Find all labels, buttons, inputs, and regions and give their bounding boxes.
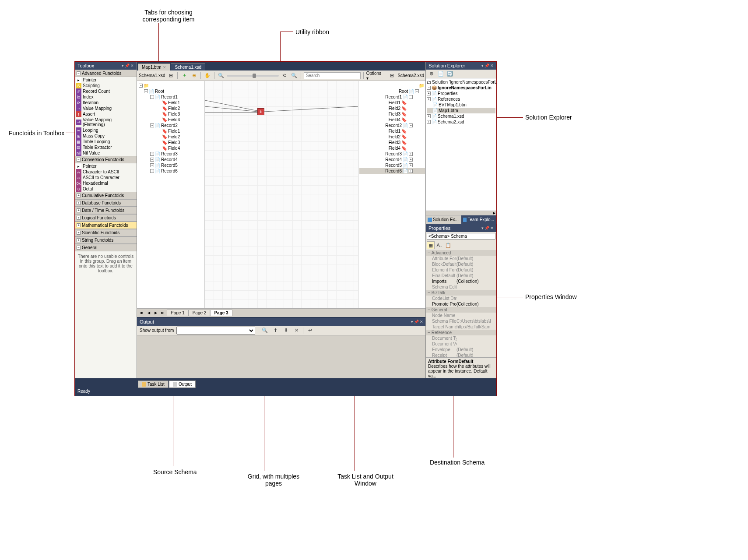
pushpin-icon[interactable]: 📌: [414, 320, 419, 324]
property-category[interactable]: − Reference: [426, 330, 496, 335]
expander-icon[interactable]: +: [150, 158, 154, 162]
relevance-icon[interactable]: ✦: [180, 72, 188, 80]
tree-node[interactable]: Field1 🔖: [359, 100, 425, 106]
tree-node[interactable]: Field3 🔖: [359, 111, 425, 117]
zoom-out-icon[interactable]: 🔍: [217, 72, 225, 80]
project-node[interactable]: − 📦 IgnoreNamespacesForLin: [427, 85, 495, 91]
toolbox-group-header[interactable]: +Database Functoids: [75, 199, 137, 207]
property-value[interactable]: (Default): [457, 268, 496, 272]
expander-icon[interactable]: −: [428, 290, 430, 295]
tree-node[interactable]: Record2 📄 −: [359, 123, 425, 128]
solution-root[interactable]: 🗂 Solution 'IgnoreNamespacesForLi: [427, 79, 495, 85]
tree-node[interactable]: + 📄 Record5: [138, 162, 204, 168]
tree-node[interactable]: 🔖 Field3: [138, 111, 204, 117]
toolbox-item[interactable]: SScripting: [75, 83, 137, 88]
toolbox-item[interactable]: ▤Table Extractor: [75, 144, 137, 150]
expander-icon[interactable]: −: [427, 86, 431, 90]
properties-icon[interactable]: ⚙: [428, 70, 435, 78]
tree-node[interactable]: Field2 🔖: [359, 134, 425, 140]
output-source-select[interactable]: [176, 327, 255, 335]
toolbox-group-header[interactable]: +Date / Time Functoids: [75, 207, 137, 214]
toolbox-item[interactable]: ▸Pointer: [75, 163, 137, 169]
expander-icon[interactable]: +: [150, 152, 154, 156]
expand-icon[interactable]: ⊕: [190, 72, 198, 80]
prev-icon[interactable]: ⬆: [271, 327, 279, 335]
property-row[interactable]: Target Namehttp://BizTalkSam: [426, 324, 496, 330]
page-tab[interactable]: Page 2: [189, 310, 211, 316]
tab-solution-explorer[interactable]: Solution Ex...: [426, 215, 461, 224]
toolbox-item[interactable]: ACharacter to ASCII: [75, 169, 137, 175]
hand-tool-icon[interactable]: ✋: [204, 72, 211, 80]
tree-node[interactable]: Record3 📄 +: [359, 151, 425, 157]
property-row[interactable]: Element Form(Default): [426, 267, 496, 273]
tab-output[interactable]: Output: [169, 380, 196, 388]
property-row[interactable]: Node Name: [426, 313, 496, 318]
tree-node[interactable]: Record5 📄 +: [359, 162, 425, 168]
property-value[interactable]: http://BizTalkSam: [457, 324, 496, 329]
page-tab[interactable]: Page 1: [167, 310, 189, 316]
tree-node[interactable]: 🔖 Field4: [138, 145, 204, 151]
expander-icon[interactable]: +: [409, 163, 413, 167]
pin-icon[interactable]: ▾: [122, 63, 124, 68]
toolbox-item[interactable]: ixIndex: [75, 94, 137, 100]
expander-icon[interactable]: +: [409, 169, 413, 173]
source-schema-tree[interactable]: − 📁 − 📄 Root− 📄 Record1 🔖 Field1 🔖 Field…: [137, 81, 205, 308]
property-value[interactable]: [457, 313, 496, 318]
tree-node[interactable]: − 📄 Root: [138, 88, 204, 94]
expander-icon[interactable]: −: [77, 246, 81, 250]
pin-icon[interactable]: ▾: [481, 226, 484, 230]
tree-node[interactable]: Field4 🔖: [359, 145, 425, 151]
property-value[interactable]: (Default): [457, 256, 496, 261]
expander-icon[interactable]: −: [77, 158, 81, 162]
search-input[interactable]: [304, 72, 361, 79]
toolbox-item[interactable]: →Value Mapping: [75, 106, 137, 111]
expander-icon[interactable]: +: [427, 114, 431, 118]
tree-node[interactable]: + 📄 Record3: [138, 151, 204, 157]
dest-schema-tree[interactable]: 📁Root 📄 −Record1 📄 −Field1 🔖 Field2 🔖 Fi…: [358, 81, 426, 308]
expander-icon[interactable]: −: [409, 95, 413, 99]
expander-icon[interactable]: +: [427, 92, 431, 95]
properties-object-combo[interactable]: <Schema> Schema: [427, 233, 495, 239]
open-source-icon[interactable]: ⊟: [167, 72, 175, 80]
refresh-icon[interactable]: 🔄: [446, 70, 454, 78]
close-icon[interactable]: ✕: [420, 320, 423, 324]
property-value[interactable]: (Collection): [457, 279, 496, 284]
zoom-slider[interactable]: [227, 75, 279, 77]
expander-icon[interactable]: −: [77, 71, 81, 75]
schema-root-node[interactable]: − 📁: [138, 83, 204, 88]
pushpin-icon[interactable]: 📌: [485, 63, 489, 68]
expander-icon[interactable]: +: [77, 201, 81, 205]
property-row[interactable]: Attribute Form(Default): [426, 256, 496, 261]
page-next-icon[interactable]: ▶: [153, 310, 159, 316]
mapping-grid[interactable]: +: [205, 81, 358, 308]
tree-node[interactable]: Field4 🔖: [359, 117, 425, 123]
expander-icon[interactable]: +: [150, 169, 154, 173]
document-tab[interactable]: Map1.btm✕: [138, 63, 170, 70]
pushpin-icon[interactable]: 📌: [125, 63, 130, 68]
solution-item[interactable]: + 📄 Schema2.xsd: [427, 119, 495, 125]
property-category[interactable]: − General: [426, 307, 496, 313]
property-value[interactable]: (Default): [457, 353, 496, 357]
tree-node[interactable]: 🔖 Field2: [138, 134, 204, 140]
close-icon[interactable]: ✕: [130, 63, 134, 68]
next-icon[interactable]: ⬇: [282, 327, 290, 335]
property-value[interactable]: (Default): [457, 262, 496, 267]
toolbox-item[interactable]: nilNil Value: [75, 150, 137, 156]
pushpin-icon[interactable]: 📌: [485, 226, 489, 230]
expander-icon[interactable]: −: [428, 330, 430, 335]
show-all-icon[interactable]: 📄: [437, 70, 445, 78]
properties-grid[interactable]: − AdvancedAttribute Form(Default)BlockDe…: [426, 250, 496, 357]
tab-team-explorer[interactable]: Team Explo...: [461, 215, 497, 224]
wrap-icon[interactable]: ↩: [306, 327, 314, 335]
tree-node[interactable]: 🔖 Field2: [138, 106, 204, 111]
page-last-icon[interactable]: ⏭: [160, 310, 166, 316]
expander-icon[interactable]: +: [427, 120, 431, 124]
zoom-reset-icon[interactable]: ⟲: [281, 72, 288, 80]
expander-icon[interactable]: −: [428, 250, 430, 255]
pin-icon[interactable]: ▾: [481, 63, 484, 68]
expander-icon[interactable]: +: [409, 152, 413, 156]
find-icon[interactable]: 🔍: [261, 327, 269, 335]
tree-node[interactable]: Field3 🔖: [359, 140, 425, 145]
expander-icon[interactable]: −: [415, 89, 419, 93]
functoid-node[interactable]: +: [257, 108, 264, 115]
